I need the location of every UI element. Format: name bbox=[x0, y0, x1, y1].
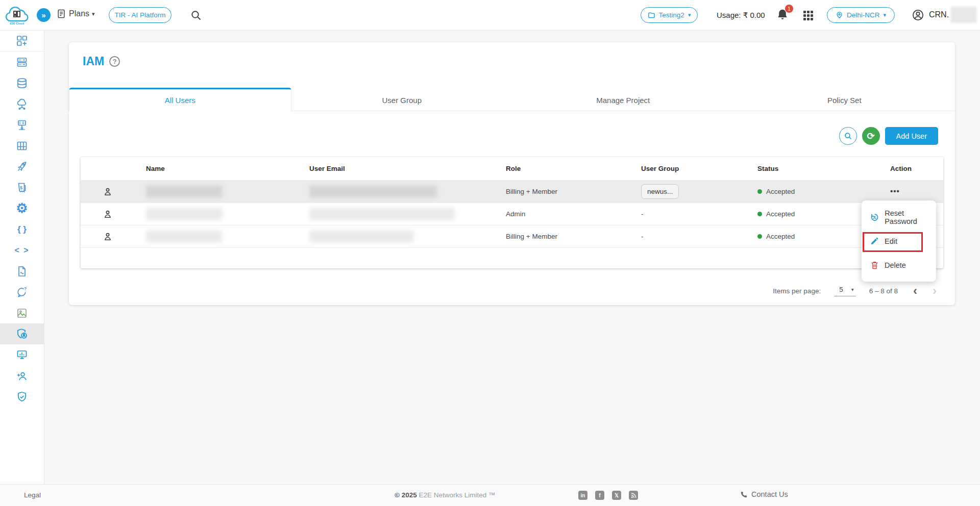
sidebar-item-settings-gear-icon[interactable]: ⚙ bbox=[0, 198, 44, 219]
add-user-button[interactable]: Add User bbox=[885, 127, 938, 145]
top-navbar: E2E Cloud » Plans ▾ TIR - AI Platform Te… bbox=[0, 0, 980, 31]
tab-policy-set[interactable]: Policy Set bbox=[734, 88, 955, 111]
grid-dot bbox=[803, 14, 806, 17]
col-status: Status bbox=[746, 165, 878, 172]
sidebar-item-iam-shield-user-icon[interactable] bbox=[0, 323, 44, 344]
table-row[interactable]: Billing + Member - Accepted ••• bbox=[81, 225, 943, 247]
tab-all-users[interactable]: All Users bbox=[69, 88, 291, 111]
next-page-button[interactable]: › bbox=[933, 285, 937, 297]
grid-dot bbox=[811, 14, 813, 17]
facebook-icon[interactable]: f bbox=[595, 491, 604, 500]
notifications-button[interactable]: 1 bbox=[776, 8, 789, 21]
iam-card: IAM ? All Users User Group Manage Projec… bbox=[69, 42, 955, 305]
sidebar-item-document-icon[interactable] bbox=[0, 261, 44, 282]
table-row[interactable]: Admin - Accepted ••• bbox=[81, 203, 943, 225]
sidebar-expand-button[interactable]: » bbox=[37, 8, 51, 22]
sidebar-item-server-network-icon[interactable] bbox=[0, 114, 44, 135]
sidebar-item-shield-check-icon[interactable] bbox=[0, 386, 44, 407]
tir-platform-label: TIR - AI Platform bbox=[115, 11, 166, 19]
help-icon[interactable]: ? bbox=[109, 56, 120, 67]
region-name: Delhi-NCR bbox=[847, 11, 880, 19]
sidebar-item-person-add-icon[interactable] bbox=[0, 365, 44, 386]
rss-icon[interactable] bbox=[629, 491, 638, 500]
sidebar-item-chat-question-icon[interactable]: ? bbox=[0, 282, 44, 302]
title-row: IAM ? bbox=[83, 55, 120, 68]
search-icon bbox=[844, 132, 852, 140]
status-label: Accepted bbox=[766, 188, 795, 195]
tab-user-group[interactable]: User Group bbox=[291, 88, 513, 111]
grid-dot bbox=[807, 18, 810, 20]
grid-dot bbox=[803, 11, 806, 13]
redacted-email bbox=[309, 185, 437, 198]
status-cell: Accepted bbox=[757, 233, 878, 240]
sidebar-item-rocket-icon[interactable] bbox=[0, 156, 44, 177]
table-header: Name User Email Role User Group Status A… bbox=[81, 157, 943, 180]
linkedin-icon[interactable]: in bbox=[578, 491, 587, 500]
sidebar-item-monitor-chart-icon[interactable] bbox=[0, 344, 44, 365]
previous-page-button[interactable]: ‹ bbox=[913, 285, 917, 297]
notification-badge: 1 bbox=[785, 5, 793, 13]
user-group-cell: - bbox=[629, 233, 746, 240]
crn-label: CRN. bbox=[929, 10, 949, 19]
sidebar-item-storage-grid-icon[interactable] bbox=[0, 135, 44, 156]
table-row[interactable]: Billing + Member newus... Accepted ••• bbox=[81, 180, 943, 203]
left-sidebar: $ ⚙ { } < > ? bbox=[0, 31, 44, 484]
items-per-page-select[interactable]: 5 ▾ bbox=[834, 286, 856, 296]
status-cell: Accepted bbox=[757, 210, 878, 218]
menu-item-delete[interactable]: Delete bbox=[862, 253, 936, 277]
x-twitter-icon[interactable]: 𝕏 bbox=[612, 491, 621, 500]
chevrons-right-icon: » bbox=[41, 11, 45, 19]
tir-platform-button[interactable]: TIR - AI Platform bbox=[109, 7, 172, 23]
account-button[interactable] bbox=[912, 9, 924, 21]
rss-glyph bbox=[631, 493, 636, 498]
code-glyph: < > bbox=[14, 246, 29, 255]
company-name: E2E Networks Limited ™ bbox=[419, 491, 496, 499]
sidebar-item-database-icon[interactable] bbox=[0, 72, 44, 93]
status-label: Accepted bbox=[766, 210, 795, 218]
redacted-name bbox=[146, 185, 223, 198]
tab-bar: All Users User Group Manage Project Poli… bbox=[69, 88, 955, 111]
status-dot bbox=[757, 234, 762, 239]
pencil-icon bbox=[870, 237, 879, 245]
apps-grid-icon[interactable] bbox=[803, 11, 813, 20]
table-search-button[interactable] bbox=[839, 127, 857, 145]
sidebar-item-cloud-network-icon[interactable] bbox=[0, 93, 44, 114]
sidebar-item-curly-braces-icon[interactable]: { } bbox=[0, 219, 44, 240]
page-title: IAM bbox=[83, 55, 104, 68]
sidebar-item-billing-receipt-icon[interactable]: $ bbox=[0, 177, 44, 198]
grid-dot bbox=[803, 18, 806, 20]
project-selector[interactable]: Testing2 ▾ bbox=[641, 7, 698, 23]
region-selector[interactable]: Delhi-NCR ▾ bbox=[827, 7, 895, 23]
svg-text:?: ? bbox=[24, 286, 27, 291]
legal-link[interactable]: Legal bbox=[24, 491, 41, 499]
plans-menu[interactable]: Plans ▾ bbox=[56, 9, 95, 19]
social-links: in f 𝕏 bbox=[578, 491, 638, 500]
table-empty-space bbox=[81, 247, 943, 268]
e2e-cloud-logo-icon[interactable]: E2E Cloud bbox=[4, 4, 30, 27]
refresh-button[interactable]: ⟳ bbox=[862, 127, 880, 145]
user-avatar-icon bbox=[81, 187, 134, 197]
user-group-chip[interactable]: newus... bbox=[641, 184, 679, 199]
grid-dot bbox=[807, 11, 810, 13]
contact-us-link[interactable]: Contact Us bbox=[740, 490, 788, 498]
tab-label: Policy Set bbox=[827, 96, 862, 105]
user-avatar-icon bbox=[81, 209, 134, 219]
search-icon[interactable] bbox=[190, 9, 202, 21]
tab-manage-project[interactable]: Manage Project bbox=[512, 88, 734, 111]
menu-item-reset-password[interactable]: Reset Password bbox=[862, 205, 936, 229]
sidebar-item-code-brackets-icon[interactable]: < > bbox=[0, 240, 44, 261]
more-options-icon[interactable]: ••• bbox=[890, 187, 900, 195]
menu-item-edit[interactable]: Edit bbox=[862, 229, 936, 253]
sidebar-item-server-rack-icon[interactable] bbox=[0, 52, 44, 72]
role-cell: Billing + Member bbox=[494, 233, 629, 240]
status-dot bbox=[757, 212, 762, 216]
usage-amount: Usage: ₹ 0.00 bbox=[717, 11, 765, 20]
sidebar-item-dashboard-add-icon[interactable] bbox=[0, 31, 44, 52]
sidebar-item-image-placeholder-icon[interactable] bbox=[0, 302, 44, 323]
plans-doc-icon bbox=[56, 9, 66, 19]
copyright-year: © 2025 bbox=[395, 491, 417, 499]
status-label: Accepted bbox=[766, 233, 795, 240]
row-action-menu: Reset Password Edit Delete bbox=[862, 200, 936, 282]
pagination: Items per page: 5 ▾ 6 – 8 of 8 ‹ › bbox=[773, 281, 937, 300]
table-toolbar: ⟳ Add User bbox=[839, 127, 938, 145]
